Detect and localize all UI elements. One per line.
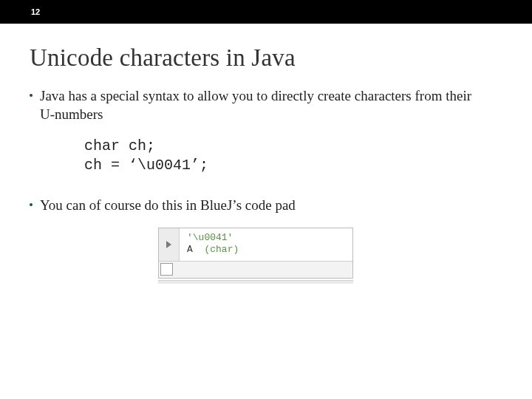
topbar: 12 [0,0,532,24]
bullet-text: You can of course do this in BlueJ’s cod… [40,196,296,214]
bullet-dot-icon [30,94,33,97]
bullet-text: Java has a special syntax to allow you t… [40,86,488,123]
code-pad-gutter [159,228,180,261]
code-pad-content: '\u0041' A (char) [180,228,352,261]
result-value: A [187,244,193,255]
code-block: char ch; ch = ‘\u0041’; [84,137,488,175]
code-pad-result: A (char) [187,244,345,255]
code-pad-scrollbar [159,261,352,278]
slide-title: Unicode characters in Java [30,44,532,72]
code-pad-screenshot: '\u0041' A (char) [158,228,353,284]
code-pad-row: '\u0041' A (char) [159,228,352,261]
code-line: ch = ‘\u0041’; [84,156,488,175]
slide-body: Java has a special syntax to allow you t… [0,86,532,284]
slide-number: 12 [31,7,40,16]
code-pad-expression: '\u0041' [187,232,345,243]
result-type: (char) [204,244,239,255]
code-line: char ch; [84,137,488,156]
code-pad-underbar [158,280,353,284]
bullet-dot-icon [30,203,33,206]
code-pad-panel: '\u0041' A (char) [158,228,353,279]
result-arrow-icon [166,241,171,248]
slide: 12 Unicode characters in Java Java has a… [0,0,532,399]
scrollbar-box-icon [160,263,173,276]
bullet-item: You can of course do this in BlueJ’s cod… [30,196,488,214]
bullet-item: Java has a special syntax to allow you t… [30,86,488,123]
